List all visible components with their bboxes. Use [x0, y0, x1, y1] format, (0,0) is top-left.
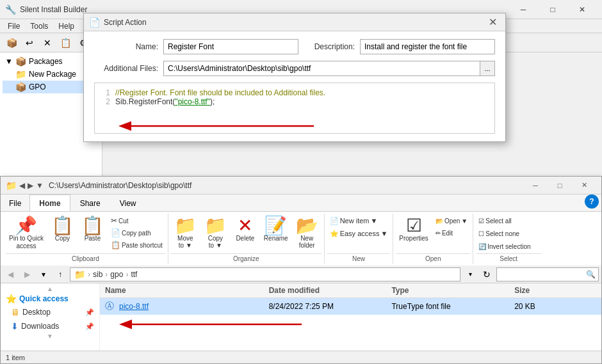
fe-status-bar: 1 item — [1, 351, 601, 363]
menu-help[interactable]: Help — [53, 20, 79, 32]
toolbar-clipboard-btn[interactable]: 📋 — [58, 35, 73, 51]
rename-btn[interactable]: 📝 Rename — [261, 215, 291, 244]
paste-shortcut-btn[interactable]: 📋 Paste shortcut — [108, 239, 165, 251]
search-box: 🔍 — [496, 267, 599, 281]
name-row: Name: Description: — [94, 39, 495, 54]
code-editor[interactable]: 1 //Register Font. Font file should be i… — [94, 83, 495, 134]
fe-folder-icon: 📁 — [6, 180, 17, 191]
open-btn[interactable]: 📂 Open ▼ — [433, 215, 470, 226]
menu-tools[interactable]: Tools — [25, 20, 53, 32]
file-body: ▲ ⭐ Quick access 🖥 Desktop 📌 ⬇ Downloads… — [1, 283, 601, 351]
code-comment: //Register Font. Font file should be inc… — [115, 88, 325, 97]
fe-close-btn[interactable]: ✕ — [572, 177, 596, 194]
toolbar-packages-btn[interactable]: 📦 — [4, 35, 19, 51]
new-item-btn[interactable]: 📄 New item ▼ — [327, 215, 380, 226]
address-path-box[interactable]: 📁 › sib › gpo › ttf — [70, 267, 460, 281]
quick-access-header[interactable]: ⭐ Quick access — [1, 291, 99, 305]
invert-selection-btn[interactable]: 🔄 Invert selection — [476, 241, 533, 252]
rename-icon: 📝 — [264, 217, 287, 235]
paste-icon: 📋 — [81, 217, 104, 235]
desc-input[interactable] — [360, 39, 495, 54]
tab-home[interactable]: Home — [29, 194, 70, 211]
tab-file-label: File — [9, 199, 21, 208]
pin-icon: 📌 — [15, 217, 37, 235]
move-to-btn[interactable]: 📁 Moveto ▼ — [171, 215, 200, 251]
menu-file[interactable]: File — [3, 20, 25, 32]
address-refresh-btn[interactable]: ↻ — [480, 267, 494, 281]
toolbar-undo-btn[interactable]: ↩ — [22, 35, 37, 51]
pin-to-quick-access-btn[interactable]: 📌 Pin to Quickaccess — [6, 215, 47, 252]
edit-btn[interactable]: ✏ Edit — [433, 227, 470, 239]
rename-label: Rename — [264, 235, 288, 242]
copy-to-icon: 📁 — [204, 217, 227, 235]
paste-btn[interactable]: 📋 Paste — [78, 215, 107, 244]
copy-to-btn[interactable]: 📁 Copyto ▼ — [201, 215, 230, 251]
files-row: Additional Files: ... — [94, 61, 495, 76]
select-none-icon: ☐ — [478, 230, 484, 237]
paste-shortcut-icon: 📋 — [111, 241, 120, 249]
table-row[interactable]: Ⓐ pico-8.ttf 8/24/2022 7:25 PM TrueType … — [100, 298, 601, 315]
copy-btn[interactable]: 📋 Copy — [48, 215, 77, 244]
fe-minimize-btn[interactable]: ─ — [523, 177, 548, 194]
move-to-icon: 📁 — [174, 217, 197, 235]
app-close-btn[interactable]: ✕ — [567, 0, 597, 19]
fe-titlebar-icons: 📁 ◀ ▶ ▼ — [6, 180, 44, 191]
copy-path-btn[interactable]: 📄 Copy path — [108, 227, 165, 239]
clipboard-buttons: 📌 Pin to Quickaccess 📋 Copy 📋 Paste — [6, 215, 165, 252]
select-none-btn[interactable]: ☐ Select none — [476, 228, 522, 239]
easy-access-btn[interactable]: ⭐ Easy access ▼ — [327, 228, 391, 239]
path-sep-3: › — [126, 270, 128, 279]
new-package-folder-icon: 📁 — [15, 69, 26, 79]
tab-view[interactable]: View — [110, 194, 146, 211]
dialog-close-btn[interactable]: ✕ — [485, 15, 500, 29]
nav-forward-btn[interactable]: ▶ — [20, 267, 34, 281]
easy-access-label: Easy access — [340, 230, 380, 237]
tab-share[interactable]: Share — [70, 194, 110, 211]
file-name-cell: Ⓐ pico-8.ttf — [105, 301, 269, 312]
dialog-title-icon: 📄 — [89, 17, 100, 28]
fe-back-icon: ◀ — [19, 181, 25, 190]
fe-maximize-btn[interactable]: □ — [548, 177, 572, 194]
select-all-btn[interactable]: ☑ Select all — [476, 215, 514, 226]
tree-item-new-package-label: New Package — [29, 70, 76, 79]
col-name-header: Name — [105, 286, 269, 295]
name-label: Name: — [94, 42, 158, 51]
file-list: Name Date modified Type Size Ⓐ pico-8.tt… — [100, 283, 601, 351]
delete-btn[interactable]: ✕ Delete — [231, 215, 259, 244]
new-folder-icon: 📂 — [296, 217, 318, 235]
sidebar-desktop[interactable]: 🖥 Desktop 📌 — [1, 305, 99, 319]
app-minimize-btn[interactable]: ─ — [508, 0, 538, 19]
file-list-header: Name Date modified Type Size — [100, 283, 601, 298]
nav-recent-btn[interactable]: ▾ — [37, 267, 51, 281]
script-action-dialog: 📄 Script Action ✕ Name: Description: Add… — [83, 13, 506, 142]
new-folder-btn[interactable]: 📂 Newfolder — [293, 215, 321, 251]
tab-file[interactable]: File — [1, 194, 29, 211]
app-icon: 🔧 — [5, 4, 16, 15]
cut-btn[interactable]: ✂ Cut — [108, 215, 165, 226]
fe-sidebar: ▲ ⭐ Quick access 🖥 Desktop 📌 ⬇ Downloads… — [1, 283, 100, 351]
desktop-label: Desktop — [22, 308, 51, 317]
search-input[interactable] — [500, 270, 586, 279]
files-input[interactable] — [163, 61, 480, 76]
app-maximize-btn[interactable]: □ — [538, 0, 567, 19]
address-dropdown-btn[interactable]: ▾ — [463, 267, 477, 281]
nav-back-btn[interactable]: ◀ — [3, 267, 17, 281]
properties-btn[interactable]: ☑ Properties — [396, 215, 432, 244]
files-browse-btn[interactable]: ... — [480, 61, 495, 76]
tree-item-label: Packages — [29, 57, 63, 66]
path-ttf: ttf — [131, 270, 137, 279]
fe-up-icon: ▼ — [36, 181, 44, 190]
packages-folder-icon: 📦 — [15, 56, 26, 67]
file-date-cell: 8/24/2022 7:25 PM — [269, 302, 392, 311]
open-buttons: ☑ Properties 📂 Open ▼ ✏ Edit — [396, 215, 470, 252]
tab-home-label: Home — [39, 199, 60, 208]
nav-up-btn[interactable]: ↑ — [53, 267, 67, 281]
file-size-cell: 20 KB — [514, 302, 596, 311]
toolbar-delete-btn[interactable]: ✕ — [40, 35, 55, 51]
col-size-header: Size — [514, 286, 596, 295]
name-input[interactable] — [163, 39, 298, 54]
fe-help-btn[interactable]: ? — [585, 194, 599, 209]
sidebar-downloads[interactable]: ⬇ Downloads 📌 — [1, 319, 99, 333]
code-func: Sib.RegisterFont("pico-8.ttf"); — [115, 97, 215, 106]
col-date-header: Date modified — [269, 286, 392, 295]
